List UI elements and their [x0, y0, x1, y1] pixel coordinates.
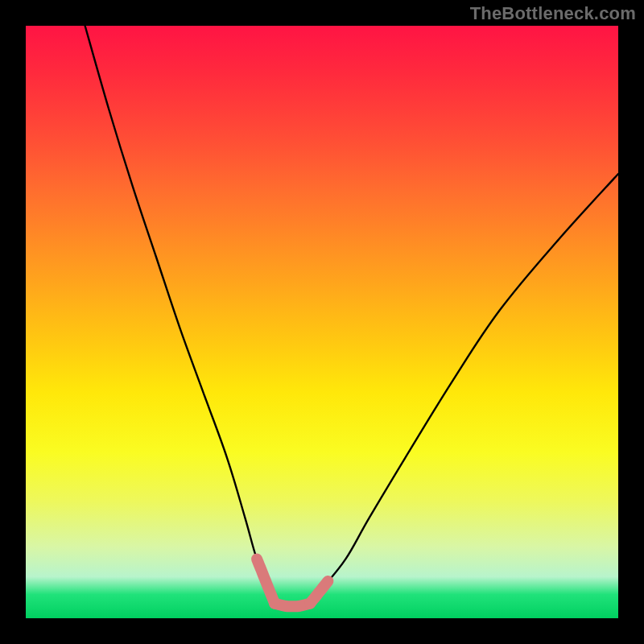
watermark-text: TheBottleneck.com: [470, 3, 636, 24]
plot-area: [26, 26, 618, 618]
right-bottom-marker: [310, 581, 328, 604]
bottleneck-curve: [85, 26, 618, 607]
left-bottom-marker: [257, 559, 275, 603]
curve-layer: [26, 26, 618, 618]
chart-frame: TheBottleneck.com: [0, 0, 644, 644]
